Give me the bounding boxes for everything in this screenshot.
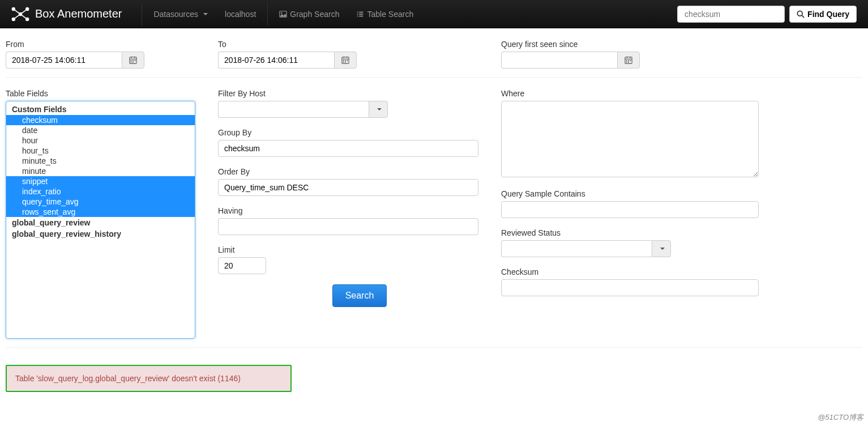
nav-localhost[interactable]: localhost bbox=[216, 1, 264, 27]
listbox-item[interactable]: minute bbox=[6, 166, 195, 176]
listbox-item[interactable]: hour bbox=[6, 135, 195, 146]
calendar-icon bbox=[341, 56, 349, 64]
where-label: Where bbox=[501, 89, 854, 98]
first-seen-calendar-button[interactable] bbox=[617, 52, 640, 69]
checksum-input[interactable] bbox=[501, 279, 759, 296]
svg-line-6 bbox=[20, 9, 27, 14]
svg-rect-12 bbox=[360, 11, 364, 12]
svg-rect-26 bbox=[131, 62, 132, 63]
svg-rect-41 bbox=[626, 60, 627, 61]
list-icon bbox=[356, 10, 364, 18]
svg-rect-33 bbox=[345, 60, 346, 61]
checksum-search-input[interactable] bbox=[677, 6, 785, 23]
listbox-item[interactable]: date bbox=[6, 125, 195, 135]
to-label: To bbox=[218, 40, 501, 49]
from-input[interactable] bbox=[6, 52, 122, 69]
listbox-item[interactable]: rows_sent_avg bbox=[6, 207, 195, 217]
svg-line-8 bbox=[20, 14, 27, 19]
filter-by-host-label: Filter By Host bbox=[218, 89, 501, 98]
brand-icon bbox=[11, 7, 29, 22]
sample-contains-input[interactable] bbox=[501, 201, 759, 218]
filter-by-host-input[interactable] bbox=[218, 101, 369, 118]
svg-rect-36 bbox=[345, 62, 346, 63]
order-by-label: Order By bbox=[218, 167, 501, 176]
svg-point-17 bbox=[797, 11, 802, 16]
listbox-item[interactable]: hour_ts bbox=[6, 146, 195, 156]
svg-rect-11 bbox=[357, 11, 358, 12]
svg-rect-14 bbox=[360, 14, 364, 15]
listbox-item[interactable]: query_time_avg bbox=[6, 197, 195, 207]
table-fields-listbox[interactable]: Custom Fieldschecksumdatehourhour_tsminu… bbox=[6, 101, 195, 339]
where-input[interactable] bbox=[501, 101, 759, 177]
caret-icon bbox=[377, 108, 382, 110]
caret-icon bbox=[203, 13, 208, 15]
navbar: Box Anemometer Datasources localhost Gra… bbox=[0, 0, 868, 28]
svg-rect-15 bbox=[357, 15, 358, 16]
from-label: From bbox=[6, 40, 218, 49]
limit-input[interactable] bbox=[218, 257, 266, 274]
to-calendar-button[interactable] bbox=[334, 52, 357, 69]
divider bbox=[142, 3, 142, 25]
listbox-group: Custom Fields bbox=[6, 104, 195, 115]
nav-graph-search[interactable]: Graph Search bbox=[271, 1, 348, 27]
checksum-label: Checksum bbox=[501, 267, 854, 276]
listbox-item[interactable]: checksum bbox=[6, 115, 195, 125]
svg-rect-25 bbox=[135, 60, 136, 61]
limit-label: Limit bbox=[218, 245, 501, 254]
listbox-group: global_query_review_history bbox=[6, 228, 195, 240]
caret-icon bbox=[660, 248, 665, 250]
nav-datasources[interactable]: Datasources bbox=[145, 1, 216, 27]
from-calendar-button[interactable] bbox=[122, 52, 144, 69]
svg-rect-42 bbox=[628, 60, 629, 61]
first-seen-label: Query first seen since bbox=[501, 40, 854, 49]
calendar-icon bbox=[625, 56, 632, 64]
svg-rect-44 bbox=[626, 62, 627, 63]
divider bbox=[267, 3, 268, 25]
svg-line-7 bbox=[14, 14, 20, 19]
first-seen-input[interactable] bbox=[501, 52, 617, 69]
filter-by-host-toggle[interactable] bbox=[369, 101, 388, 118]
image-icon bbox=[279, 10, 287, 18]
svg-rect-32 bbox=[343, 60, 344, 61]
brand-text: Box Anemometer bbox=[35, 7, 122, 20]
group-by-input[interactable] bbox=[218, 140, 478, 157]
to-input[interactable] bbox=[218, 52, 334, 69]
listbox-item[interactable]: snippet bbox=[6, 176, 195, 186]
listbox-item[interactable]: minute_ts bbox=[6, 156, 195, 166]
svg-rect-34 bbox=[347, 60, 348, 61]
svg-rect-43 bbox=[630, 60, 631, 61]
sample-contains-label: Query Sample Contains bbox=[501, 189, 854, 198]
calendar-icon bbox=[129, 56, 137, 64]
error-alert: Table 'slow_query_log.global_query_revie… bbox=[6, 365, 292, 392]
listbox-item[interactable]: index_ratio bbox=[6, 186, 195, 197]
divider bbox=[6, 347, 862, 348]
search-button[interactable]: Search bbox=[332, 284, 387, 307]
svg-rect-27 bbox=[132, 62, 134, 63]
search-icon bbox=[797, 10, 805, 18]
svg-rect-23 bbox=[131, 60, 132, 61]
svg-rect-45 bbox=[628, 62, 629, 63]
divider bbox=[6, 77, 862, 78]
reviewed-status-label: Reviewed Status bbox=[501, 228, 854, 237]
reviewed-status-toggle[interactable] bbox=[652, 240, 671, 257]
table-fields-label: Table Fields bbox=[6, 89, 218, 98]
svg-line-5 bbox=[14, 9, 20, 14]
brand-link[interactable]: Box Anemometer bbox=[11, 7, 122, 22]
svg-rect-24 bbox=[132, 60, 134, 61]
svg-point-10 bbox=[281, 12, 282, 14]
having-input[interactable] bbox=[218, 218, 478, 235]
svg-line-18 bbox=[802, 15, 804, 18]
svg-rect-35 bbox=[343, 62, 344, 63]
order-by-input[interactable] bbox=[218, 179, 478, 196]
group-by-label: Group By bbox=[218, 128, 501, 137]
svg-rect-16 bbox=[360, 15, 364, 16]
reviewed-status-input[interactable] bbox=[501, 240, 652, 257]
having-label: Having bbox=[218, 206, 501, 215]
svg-rect-13 bbox=[357, 14, 358, 15]
find-query-button[interactable]: Find Query bbox=[789, 6, 857, 23]
nav-table-search[interactable]: Table Search bbox=[348, 1, 422, 27]
listbox-group: global_query_review bbox=[6, 217, 195, 228]
